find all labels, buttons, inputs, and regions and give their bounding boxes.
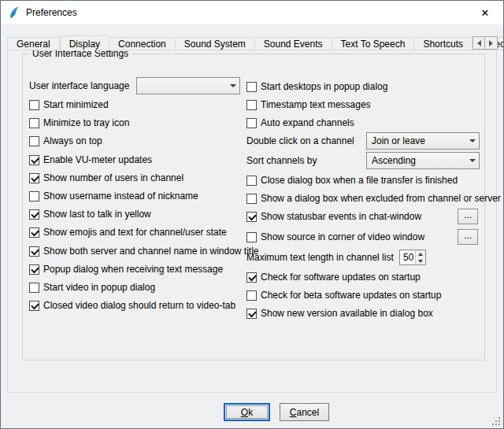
statusbar-events-more-button[interactable]: ... [458, 209, 478, 224]
title-bar[interactable]: Preferences ✕ [1, 1, 503, 24]
checkbox-box[interactable] [29, 100, 39, 110]
spin-down-button[interactable] [416, 257, 425, 264]
double-click-selected-value: Join or leave [372, 135, 425, 146]
checkbox-check-updates[interactable]: Check for software updates on startup [246, 270, 421, 284]
select-double-click-action[interactable]: Join or leave [366, 132, 480, 150]
checkbox-video-source-corner[interactable]: Show source in corner of video window [246, 230, 424, 244]
checkbox-label: Closed video dialog should return to vid… [43, 300, 235, 311]
checkbox-label: Enable VU-meter updates [43, 154, 152, 165]
checkbox-always-on-top[interactable]: Always on top [29, 134, 102, 148]
checkbox-box[interactable] [29, 118, 39, 128]
checkbox-label: Show source in corner of video window [261, 231, 424, 242]
checkbox-label: Popup dialog when receiving text message [43, 264, 223, 275]
checkbox-box[interactable] [29, 209, 39, 220]
checkbox-popup-on-text-message[interactable]: Popup dialog when receiving text message [29, 262, 223, 276]
checkbox-box[interactable] [29, 173, 39, 183]
language-label-row: User interface language [29, 79, 129, 93]
checkbox-box[interactable] [246, 212, 257, 222]
tab-sound-system[interactable]: Sound System [176, 37, 255, 50]
checkbox-box[interactable] [246, 176, 257, 186]
checkbox-start-video-popup[interactable]: Start video in popup dialog [29, 280, 155, 294]
app-logo-icon [8, 6, 20, 19]
chevron-down-icon [465, 133, 479, 149]
checkbox-box[interactable] [246, 100, 257, 110]
checkbox-server-channel-in-title[interactable]: Show both server and channel name in win… [29, 244, 259, 258]
spin-up-button[interactable] [416, 250, 425, 257]
checkbox-box[interactable] [29, 227, 39, 238]
checkbox-label: Start desktops in popup dialog [261, 81, 387, 92]
checkbox-label: Show a dialog box when excluded from cha… [261, 193, 501, 204]
checkbox-close-on-transfer-finished[interactable]: Close dialog box when a file transfer is… [246, 173, 458, 187]
checkbox-box[interactable] [246, 82, 257, 92]
checkbox-label: Start video in popup dialog [43, 282, 155, 293]
checkbox-timestamp-messages[interactable]: Timestamp text messages [246, 98, 371, 112]
checkbox-box[interactable] [29, 155, 39, 165]
tab-scroll-right-button[interactable] [485, 36, 498, 50]
checkbox-box[interactable] [246, 232, 257, 242]
checkbox-box[interactable] [29, 136, 39, 146]
checkbox-start-desktops-popup[interactable]: Start desktops in popup dialog [246, 80, 387, 94]
select-sort-channels[interactable]: Ascending [366, 152, 480, 169]
checkbox-box[interactable] [246, 272, 257, 283]
display-tab-pane: User Interface Settings User interface l… [7, 50, 497, 393]
checkbox-box[interactable] [29, 283, 39, 293]
tab-shortcuts[interactable]: Shortcuts [414, 37, 472, 50]
cancel-button[interactable]: Cancel [280, 403, 329, 421]
checkbox-box[interactable] [246, 290, 257, 301]
spinner-value[interactable]: 50 [400, 250, 415, 264]
tab-scroll-left-button[interactable] [472, 36, 485, 50]
ok-button[interactable]: Ok [224, 403, 270, 421]
ok-label-mnemonic: O [241, 407, 248, 418]
checkbox-auto-expand-channels[interactable]: Auto expand channels [246, 116, 354, 130]
checkbox-show-new-version-dialog[interactable]: Show new version available in dialog box [246, 306, 433, 320]
checkbox-box[interactable] [246, 309, 257, 319]
checkbox-box[interactable] [246, 194, 257, 204]
max-text-length-label-row: Maximum text length in channel list [246, 250, 394, 264]
language-select[interactable] [136, 77, 240, 94]
checkbox-vu-meter-updates[interactable]: Enable VU-meter updates [29, 153, 152, 167]
checkbox-label: Auto expand channels [261, 117, 354, 128]
close-button[interactable]: ✕ [467, 1, 503, 24]
checkbox-label: Show username instead of nickname [43, 190, 198, 202]
sort-channels-label: Sort channels by [246, 155, 317, 166]
checkbox-label: Timestamp text messages [261, 99, 371, 110]
chevron-down-icon [226, 78, 239, 94]
checkbox-start-minimized[interactable]: Start minimized [29, 98, 109, 112]
checkbox-box[interactable] [29, 301, 39, 311]
sort-channels-label-row: Sort channels by [246, 153, 317, 168]
tab-sound-events[interactable]: Sound Events [255, 37, 332, 50]
preferences-window: Preferences ✕ General Display Connection… [0, 0, 504, 429]
video-source-more-button[interactable]: ... [458, 229, 478, 245]
arrow-left-icon [477, 40, 481, 46]
checkbox-show-username[interactable]: Show username instead of nickname [29, 189, 198, 203]
checkbox-closed-video-return[interactable]: Closed video dialog should return to vid… [29, 298, 235, 313]
arrow-up-icon [418, 253, 423, 256]
checkbox-statusbar-events[interactable]: Show statusbar events in chat-window [246, 209, 421, 224]
checkbox-box[interactable] [29, 191, 39, 202]
checkbox-label: Show new version available in dialog box [261, 308, 433, 319]
checkbox-last-to-talk-yellow[interactable]: Show last to talk in yellow [29, 207, 151, 221]
ok-label-rest: k [248, 407, 253, 418]
tab-text-to-speech[interactable]: Text To Speech [332, 37, 415, 50]
checkbox-label: Show last to talk in yellow [43, 209, 151, 220]
checkbox-label: Show both server and channel name in win… [43, 246, 259, 257]
max-text-length-spinner[interactable]: 50 [399, 250, 426, 265]
checkbox-dialog-on-excluded[interactable]: Show a dialog box when excluded from cha… [246, 191, 501, 205]
checkbox-label: Check for software updates on startup [261, 272, 421, 283]
resize-grip[interactable] [491, 416, 502, 427]
checkbox-check-beta-updates[interactable]: Check for beta software updates on start… [246, 288, 441, 302]
tab-connection[interactable]: Connection [109, 37, 176, 50]
checkbox-box[interactable] [29, 246, 39, 257]
user-interface-settings-group: User Interface Settings User interface l… [22, 54, 485, 361]
checkbox-box[interactable] [246, 118, 257, 128]
max-text-length-label: Maximum text length in channel list [246, 252, 394, 263]
spinner-arrows [415, 250, 425, 264]
checkbox-minimize-to-tray[interactable]: Minimize to tray icon [29, 116, 129, 130]
tab-display[interactable]: Display [60, 35, 109, 50]
checkbox-show-user-count[interactable]: Show number of users in channel [29, 171, 183, 185]
cancel-label-rest: ancel [296, 407, 319, 418]
checkbox-emojis-text-state[interactable]: Show emojis and text for channel/user st… [29, 225, 227, 239]
checkbox-box[interactable] [29, 264, 39, 275]
tab-general[interactable]: General [7, 37, 60, 50]
checkbox-label: Check for beta software updates on start… [261, 290, 441, 301]
